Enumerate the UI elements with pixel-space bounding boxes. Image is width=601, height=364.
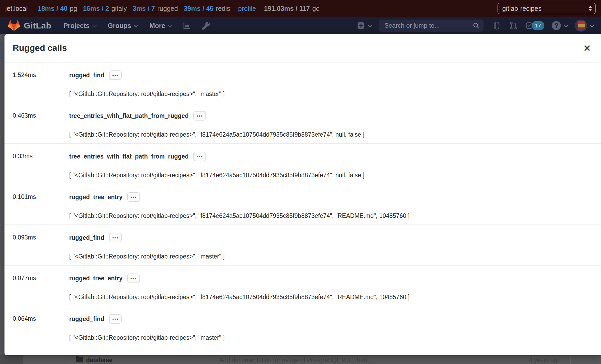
rugged-calls-modal: Rugged calls × 1.524ms rugged_find ●●● [… [4,34,601,355]
calls-list: 1.524ms rugged_find ●●● [ "<Gitlab::Git:… [4,63,601,347]
request-selector-value: gitlab-recipes [502,5,542,12]
modal-title: Rugged calls [13,43,67,53]
navbar: GitLab Projects Groups More [0,17,601,34]
perf-pg-value[interactable]: 18ms / 40 [38,5,68,12]
perf-metric-gitaly[interactable]: 16ms / 2gitaly [83,5,127,12]
file-row-updated: 4 years ago [529,357,561,364]
table-divider [65,355,65,364]
dimmed-page-bottom: database Add documentation for usage of … [0,355,601,364]
call-row: 0.101ms rugged_tree_entry ●●● [ "<Gitlab… [4,184,601,225]
call-duration: 0.101ms [13,192,69,224]
nav-projects-label: Projects [63,22,90,30]
chevron-down-icon [168,23,172,27]
call-backtrace-button[interactable]: ●●● [127,274,140,283]
gitlab-logo-link[interactable]: GitLab [8,20,51,31]
select-arrows-icon [588,6,592,11]
merge-requests-icon[interactable] [509,21,517,30]
perf-metric-pg[interactable]: 18ms / 40pg [38,5,77,12]
perf-redis-value[interactable]: 39ms / 45 [184,5,214,12]
call-duration: 0.33ms [13,152,69,184]
user-menu-button[interactable] [575,20,593,32]
perf-rugged-value[interactable]: 3ms / 7 [133,5,155,12]
call-body: rugged_find ●●● [ "<Gitlab::Git::Reposit… [69,314,601,347]
call-duration: 0.064ms [13,314,69,347]
perf-gc-value: 191.03ms / 117 [264,5,310,12]
perf-metric-redis[interactable]: 39ms / 45redis [184,5,230,12]
call-body: tree_entries_with_flat_path_from_rugged … [69,111,601,143]
dimmed-sidebar [0,355,23,364]
nav-groups-label: Groups [108,22,131,30]
ellipsis-icon: ●●● [112,236,119,239]
call-row: 0.33ms tree_entries_with_flat_path_from_… [4,144,601,184]
ellipsis-icon: ●●● [196,114,203,117]
chevron-down-icon [368,23,372,27]
call-args: [ "<Gitlab::Git::Repository: root/gitlab… [69,212,601,219]
ellipsis-icon: ●●● [112,317,119,320]
call-args: [ "<Gitlab::Git::Repository: root/gitlab… [69,131,601,138]
issues-icon[interactable] [492,21,500,30]
request-selector[interactable]: gitlab-recipes [497,3,596,14]
dimmed-page-left [0,34,4,355]
call-body: rugged_find ●●● [ "<Gitlab::Git::Reposit… [69,233,601,265]
close-icon[interactable]: × [581,42,593,54]
call-duration: 0.463ms [13,111,69,143]
call-duration: 1.524ms [13,70,69,103]
chevron-down-icon [564,23,568,27]
tanuki-logo-icon [8,20,20,31]
call-args: [ "<Gitlab::Git::Repository: root/gitlab… [69,294,601,301]
call-body: rugged_find ●●● [ "<Gitlab::Git::Reposit… [69,70,601,103]
help-icon: ? [552,21,561,30]
chevron-down-icon [92,23,97,27]
perf-rugged-label: rugged [157,5,178,12]
perf-gc-stat: 191.03ms / 117gc [264,5,319,12]
call-backtrace-button[interactable]: ●●● [193,111,206,121]
call-method: rugged_find [69,315,104,323]
call-body: rugged_tree_entry ●●● [ "<Gitlab::Git::R… [69,192,601,224]
new-menu-button[interactable] [357,21,371,30]
call-method: rugged_find [69,234,104,241]
user-avatar [575,20,587,32]
nav-projects[interactable]: Projects [63,22,96,30]
call-args: [ "<Gitlab::Git::Repository: root/gitlab… [69,172,601,179]
call-method: tree_entries_with_flat_path_from_rugged [69,112,189,119]
ellipsis-icon: ●●● [130,277,137,280]
call-body: rugged_tree_entry ●●● [ "<Gitlab::Git::R… [69,274,601,306]
global-search[interactable] [379,20,483,32]
call-method: tree_entries_with_flat_path_from_rugged [69,153,189,160]
file-row-name: database [86,357,112,364]
call-method: rugged_tree_entry [69,275,123,282]
call-backtrace-button[interactable]: ●●● [109,314,122,324]
modal-header: Rugged calls × [4,34,601,63]
call-args: [ "<Gitlab::Git::Repository: root/gitlab… [69,90,601,98]
call-backtrace-button[interactable]: ●●● [109,233,122,242]
profile-link[interactable]: profile [238,5,256,12]
perf-gitaly-value[interactable]: 16ms / 2 [83,5,109,12]
perf-metric-rugged[interactable]: 3ms / 7rugged [133,5,178,12]
ellipsis-icon: ●●● [112,74,119,77]
ellipsis-icon: ●●● [196,155,203,158]
search-input[interactable] [384,22,472,30]
call-duration: 0.093ms [13,233,69,265]
call-duration: 0.077ms [13,274,69,306]
perf-gc-label: gc [312,5,319,12]
perf-redis-label: redis [216,5,230,12]
todos-button[interactable]: 17 [525,21,544,30]
file-row-commit-message: Add documentation for usage of PostgreSQ… [219,357,372,364]
chevron-down-icon [590,23,594,27]
call-row: 1.524ms rugged_find ●●● [ "<Gitlab::Git:… [4,63,601,103]
call-backtrace-button[interactable]: ●●● [193,152,206,161]
nav-more[interactable]: More [149,22,171,30]
nav-groups[interactable]: Groups [108,22,137,30]
chevron-down-icon [134,23,138,27]
activity-chart-icon[interactable] [182,21,191,30]
call-row: 0.077ms rugged_tree_entry ●●● [ "<Gitlab… [4,266,601,306]
performance-bar: jet.local 18ms / 40pg 16ms / 2gitaly 3ms… [0,0,601,17]
plus-square-icon [357,21,365,30]
search-icon [472,22,480,29]
help-menu-button[interactable]: ? [552,21,567,30]
call-backtrace-button[interactable]: ●●● [127,192,140,202]
call-args: [ "<Gitlab::Git::Repository: root/gitlab… [69,334,601,341]
call-backtrace-button[interactable]: ●●● [109,70,122,80]
call-args: [ "<Gitlab::Git::Repository: root/gitlab… [69,253,601,260]
admin-wrench-icon[interactable] [202,22,210,30]
